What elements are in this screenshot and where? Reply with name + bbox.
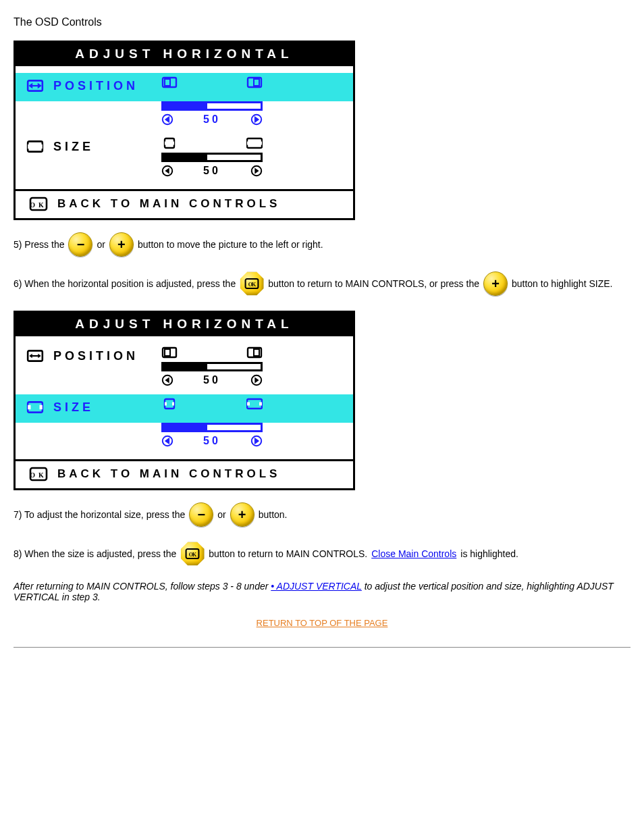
plus-button[interactable]: + — [230, 502, 254, 527]
shift-right-icon — [246, 346, 263, 359]
osd-row-position[interactable]: POSITION — [16, 73, 353, 101]
minus-button[interactable]: − — [189, 502, 213, 527]
position-icon — [26, 78, 44, 93]
increment-position-icon[interactable] — [250, 113, 263, 126]
decrement-size-icon[interactable] — [161, 435, 173, 447]
note: After returning to MAIN CONTROLS, follow… — [14, 581, 630, 602]
step-6: 6) When the horizontal position is adjus… — [14, 271, 630, 296]
osd-panel-position-active: ADJUST HORIZONTAL POSITION — [14, 41, 355, 220]
increment-position-icon[interactable] — [250, 374, 263, 386]
narrow-icon — [161, 136, 178, 150]
return-to-top-link[interactable]: RETURN TO TOP OF THE PAGE — [257, 618, 388, 628]
position-icon — [26, 348, 44, 363]
position-value: 50 — [203, 374, 221, 386]
decrement-position-icon[interactable] — [161, 113, 173, 126]
size-value: 50 — [203, 435, 221, 447]
plus-button[interactable]: + — [109, 232, 134, 257]
osd-footer[interactable]: BACK TO MAIN CONTROLS — [16, 189, 353, 218]
ok-button[interactable] — [240, 271, 264, 296]
adjust-vertical-link[interactable]: • ADJUST VERTICAL — [271, 581, 362, 592]
decrement-position-icon[interactable] — [161, 374, 173, 386]
shift-left-icon — [161, 346, 178, 359]
increment-size-icon[interactable] — [250, 165, 263, 177]
step-7: 7) To adjust the horizontal size, press … — [14, 502, 630, 527]
step-8: 8) When the size is adjusted, press the … — [14, 542, 630, 566]
plus-button[interactable]: + — [483, 271, 508, 296]
size-slider[interactable] — [161, 423, 263, 432]
divider — [14, 647, 630, 648]
position-slider[interactable] — [161, 362, 263, 371]
osd-header: ADJUST HORIZONTAL — [16, 43, 353, 66]
step-5: 5) Press the − or + button to move the p… — [14, 232, 630, 257]
wide-icon — [246, 397, 263, 411]
narrow-icon — [161, 397, 178, 411]
osd-row-size[interactable]: SIZE — [16, 394, 353, 423]
osd-row-size[interactable]: SIZE 50 — [25, 134, 344, 185]
osd-footer[interactable]: BACK TO MAIN CONTROLS — [16, 459, 353, 488]
shift-left-icon — [161, 76, 178, 89]
osd-row-position[interactable]: POSITION 50 — [25, 343, 344, 394]
ok-icon — [29, 467, 48, 481]
size-icon — [26, 139, 44, 154]
close-main-controls-link[interactable]: Close Main Controls — [371, 547, 456, 561]
position-slider[interactable] — [161, 101, 263, 111]
osd-header: ADJUST HORIZONTAL — [16, 313, 353, 336]
osd-panel-size-active: ADJUST HORIZONTAL POSITION 50 — [14, 311, 355, 490]
osd-footer-label: BACK TO MAIN CONTROLS — [57, 197, 280, 211]
ok-icon — [29, 197, 48, 211]
decrement-size-icon[interactable] — [161, 165, 173, 177]
osd-footer-label: BACK TO MAIN CONTROLS — [57, 467, 280, 481]
position-label: POSITION — [53, 79, 138, 93]
size-label: SIZE — [53, 140, 94, 154]
minus-button[interactable]: − — [68, 232, 92, 257]
increment-size-icon[interactable] — [250, 435, 263, 447]
shift-right-icon — [246, 76, 263, 89]
size-label: SIZE — [53, 400, 94, 415]
page-title: The OSD Controls — [14, 16, 630, 28]
size-value: 50 — [203, 165, 221, 177]
position-value: 50 — [203, 113, 221, 126]
size-slider[interactable] — [161, 153, 263, 162]
wide-icon — [246, 136, 263, 150]
size-icon — [26, 400, 44, 415]
position-label: POSITION — [53, 349, 138, 363]
ok-button[interactable] — [180, 542, 205, 566]
